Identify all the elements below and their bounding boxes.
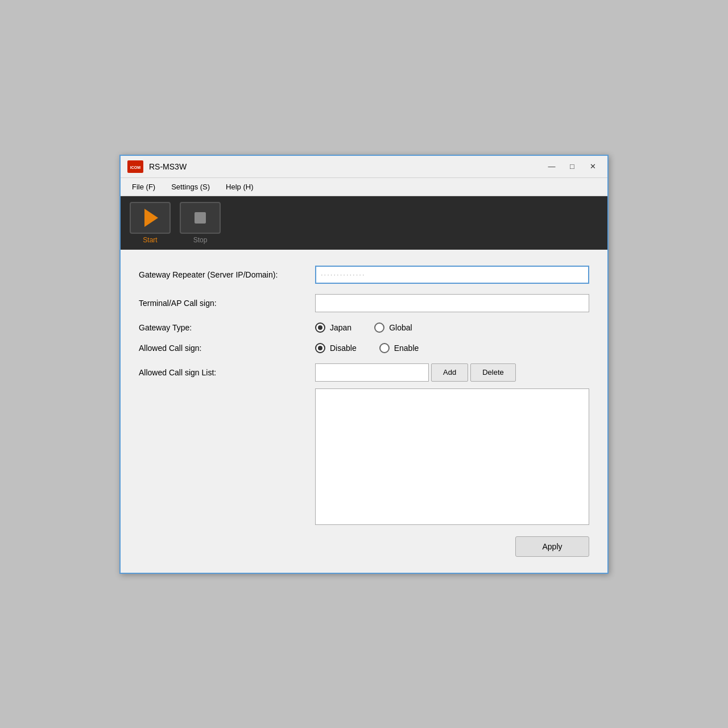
disable-radio-circle[interactable]: [315, 343, 325, 353]
stop-button[interactable]: [180, 202, 221, 234]
japan-radio-dot: [318, 325, 322, 330]
gateway-type-label: Gateway Type:: [139, 323, 315, 332]
allowed-callsign-radio-group: Disable Enable: [315, 343, 589, 353]
start-label: Start: [143, 236, 157, 244]
start-button-wrap: Start: [130, 202, 171, 244]
enable-radio-label: Enable: [394, 344, 419, 353]
callsign-list-row: Allowed Call sign List: Add Delete: [139, 363, 589, 382]
gateway-type-japan[interactable]: Japan: [315, 322, 351, 333]
gateway-type-row: Gateway Type: Japan Global: [139, 322, 589, 333]
disable-radio-label: Disable: [330, 344, 357, 353]
callsign-list-area: [315, 388, 589, 525]
menu-file[interactable]: File (F): [125, 180, 162, 193]
apply-row: Apply: [139, 536, 589, 557]
maximize-button[interactable]: □: [564, 160, 580, 173]
allowed-callsign-disable[interactable]: Disable: [315, 343, 357, 353]
menu-help[interactable]: Help (H): [219, 180, 260, 193]
callsign-list-input[interactable]: [315, 363, 429, 382]
callsign-list-label: Allowed Call sign List:: [139, 368, 315, 377]
menu-bar: File (F) Settings (S) Help (H): [121, 178, 607, 196]
gateway-type-radio-group: Japan Global: [315, 322, 589, 333]
delete-button[interactable]: Delete: [470, 363, 516, 382]
window-title: RS-MS3W: [149, 162, 187, 171]
allowed-callsign-row: Allowed Call sign: Disable Enable: [139, 343, 589, 353]
play-icon: [144, 209, 158, 227]
main-window: ICOM RS-MS3W — □ ✕ File (F) Settings (S)…: [119, 155, 609, 574]
add-button[interactable]: Add: [431, 363, 468, 382]
global-radio-circle[interactable]: [374, 322, 384, 333]
terminal-callsign-row: Terminal/AP Call sign:: [139, 294, 589, 312]
terminal-callsign-label: Terminal/AP Call sign:: [139, 299, 315, 308]
gateway-repeater-label: Gateway Repeater (Server IP/Domain):: [139, 270, 315, 279]
japan-radio-circle[interactable]: [315, 322, 325, 333]
allowed-callsign-label: Allowed Call sign:: [139, 344, 315, 353]
global-radio-label: Global: [389, 323, 412, 332]
gateway-repeater-row: Gateway Repeater (Server IP/Domain):: [139, 266, 589, 284]
disable-radio-dot: [318, 346, 322, 350]
start-button[interactable]: [130, 202, 171, 234]
gateway-type-global[interactable]: Global: [374, 322, 412, 333]
apply-button[interactable]: Apply: [515, 536, 589, 557]
gateway-repeater-input[interactable]: [315, 266, 589, 284]
stop-button-wrap: Stop: [180, 202, 221, 244]
app-icon: ICOM: [127, 160, 143, 173]
minimize-button[interactable]: —: [544, 160, 560, 173]
enable-radio-circle[interactable]: [379, 343, 390, 353]
stop-label: Stop: [193, 236, 208, 244]
menu-settings[interactable]: Settings (S): [164, 180, 217, 193]
title-bar-left: ICOM RS-MS3W: [127, 160, 187, 173]
japan-radio-label: Japan: [330, 323, 351, 332]
svg-text:ICOM: ICOM: [130, 166, 140, 169]
title-bar: ICOM RS-MS3W — □ ✕: [121, 156, 607, 178]
toolbar: Start Stop: [121, 196, 607, 250]
terminal-callsign-input[interactable]: [315, 294, 589, 312]
allowed-callsign-enable[interactable]: Enable: [379, 343, 419, 353]
close-button[interactable]: ✕: [585, 160, 601, 173]
window-controls: — □ ✕: [544, 160, 601, 173]
stop-icon: [195, 212, 206, 224]
content-area: Gateway Repeater (Server IP/Domain): Ter…: [121, 250, 607, 573]
